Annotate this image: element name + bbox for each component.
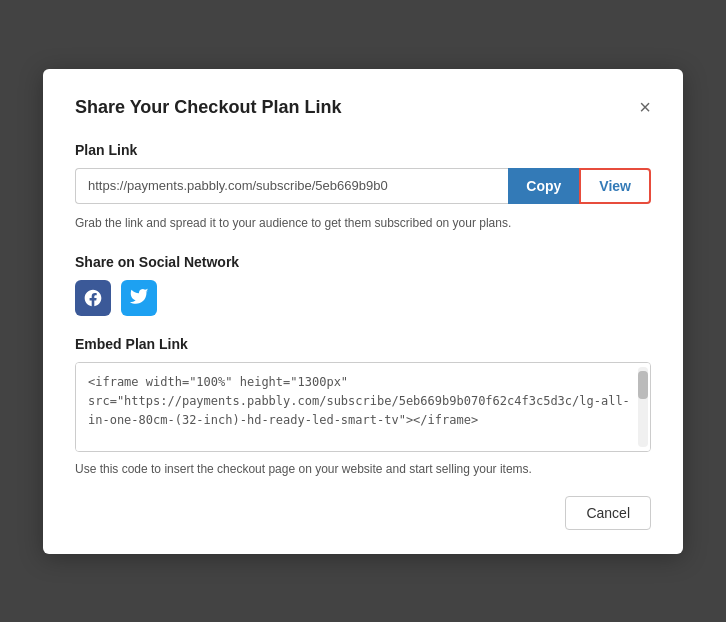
social-label: Share on Social Network	[75, 254, 651, 270]
embed-code-textarea[interactable]: <iframe width="100%" height="1300px" src…	[76, 363, 650, 451]
social-section: Share on Social Network	[75, 254, 651, 316]
scrollbar-thumb	[638, 371, 648, 399]
plan-link-row: Copy View	[75, 168, 651, 204]
modal-footer: Cancel	[75, 496, 651, 530]
copy-button[interactable]: Copy	[508, 168, 579, 204]
social-icons-row	[75, 280, 651, 316]
close-button[interactable]: ×	[639, 97, 651, 117]
modal-header: Share Your Checkout Plan Link ×	[75, 97, 651, 118]
embed-label: Embed Plan Link	[75, 336, 651, 352]
cancel-button[interactable]: Cancel	[565, 496, 651, 530]
plan-link-hint: Grab the link and spread it to your audi…	[75, 214, 651, 232]
plan-link-label: Plan Link	[75, 142, 651, 158]
share-modal: Share Your Checkout Plan Link × Plan Lin…	[43, 69, 683, 554]
embed-textarea-wrapper: <iframe width="100%" height="1300px" src…	[75, 362, 651, 452]
twitter-icon[interactable]	[121, 280, 157, 316]
embed-section: Embed Plan Link <iframe width="100%" hei…	[75, 336, 651, 476]
facebook-icon[interactable]	[75, 280, 111, 316]
view-button[interactable]: View	[579, 168, 651, 204]
scrollbar-track	[638, 367, 648, 447]
plan-link-input[interactable]	[75, 168, 508, 204]
embed-hint: Use this code to insert the checkout pag…	[75, 462, 651, 476]
modal-title: Share Your Checkout Plan Link	[75, 97, 341, 118]
